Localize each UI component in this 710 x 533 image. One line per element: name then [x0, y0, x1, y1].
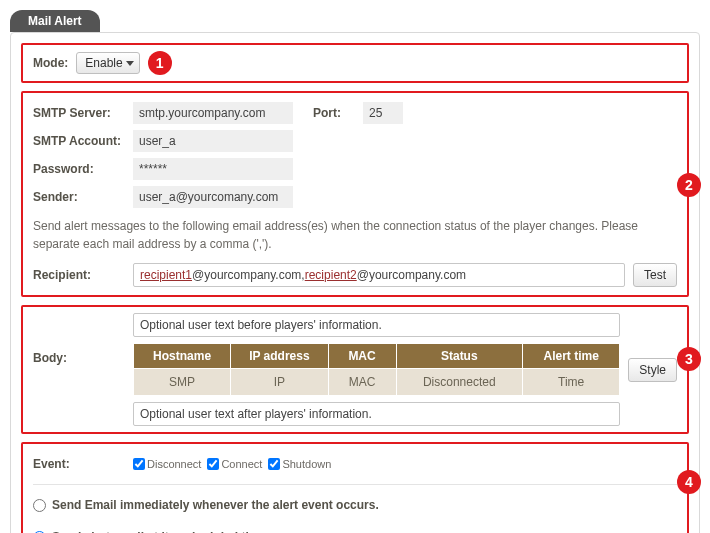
event-connect-label: Connect [221, 459, 262, 470]
smtp-password-input[interactable] [133, 158, 293, 180]
recipient-sep: @yourcompany.com, [192, 268, 305, 282]
event-disconnect-checkbox[interactable] [133, 458, 145, 470]
td-status: Disconnected [396, 369, 522, 396]
body-label: Body: [33, 313, 133, 365]
body-preview-table: Hostname IP address MAC Status Alert tim… [133, 343, 620, 396]
smtp-server-label: SMTP Server: [33, 106, 133, 120]
recipient-tail: @yourcompany.com [357, 268, 466, 282]
event-shutdown-label: Shutdown [282, 459, 331, 470]
smtp-account-label: SMTP Account: [33, 134, 133, 148]
body-before-input[interactable] [133, 313, 620, 337]
mode-select[interactable]: Enable [76, 52, 139, 74]
annotation-3: 3 [677, 347, 701, 371]
send-immediate-radio[interactable] [33, 499, 46, 512]
smtp-account-input[interactable] [133, 130, 293, 152]
send-immediate-label: Send Email immediately whenever the aler… [52, 498, 379, 512]
style-button[interactable]: Style [628, 358, 677, 382]
smtp-section: 2 SMTP Server: Port: SMTP Account: Passw… [21, 91, 689, 297]
body-after-input[interactable] [133, 402, 620, 426]
event-section: 4 Event: Disconnect Connect Shutdown Sen… [21, 442, 689, 533]
event-shutdown-checkbox[interactable] [268, 458, 280, 470]
td-ip: IP [231, 369, 328, 396]
recipient-input[interactable]: recipient1@yourcompany.com,recipient2@yo… [133, 263, 625, 287]
event-disconnect-label: Disconnect [147, 459, 201, 470]
smtp-sender-label: Sender: [33, 190, 133, 204]
smtp-port-input[interactable] [363, 102, 403, 124]
event-label: Event: [33, 457, 133, 471]
page-title-tab: Mail Alert [10, 10, 100, 32]
annotation-2: 2 [677, 173, 701, 197]
th-hostname: Hostname [134, 344, 231, 369]
smtp-port-label: Port: [313, 106, 363, 120]
test-button[interactable]: Test [633, 263, 677, 287]
mode-label: Mode: [33, 56, 68, 70]
mode-value: Enable [85, 56, 122, 70]
recipient-label: Recipient: [33, 268, 133, 282]
smtp-server-input[interactable] [133, 102, 293, 124]
td-hostname: SMP [134, 369, 231, 396]
body-section: 3 Body: Hostname IP address MAC Status A… [21, 305, 689, 434]
annotation-1: 1 [148, 51, 172, 75]
th-alert-time: Alert time [523, 344, 620, 369]
th-status: Status [396, 344, 522, 369]
event-connect-checkbox[interactable] [207, 458, 219, 470]
smtp-password-label: Password: [33, 162, 133, 176]
annotation-4: 4 [677, 470, 701, 494]
recipient-part-a: recipient1 [140, 268, 192, 282]
smtp-sender-input[interactable] [133, 186, 293, 208]
th-ip: IP address [231, 344, 328, 369]
td-alert-time: Time [523, 369, 620, 396]
th-mac: MAC [328, 344, 396, 369]
td-mac: MAC [328, 369, 396, 396]
mail-alert-panel: Mode: Enable 1 2 SMTP Server: Port: SMTP… [10, 32, 700, 533]
recipient-part-b: recipient2 [305, 268, 357, 282]
recipient-hint: Send alert messages to the following ema… [33, 217, 677, 253]
